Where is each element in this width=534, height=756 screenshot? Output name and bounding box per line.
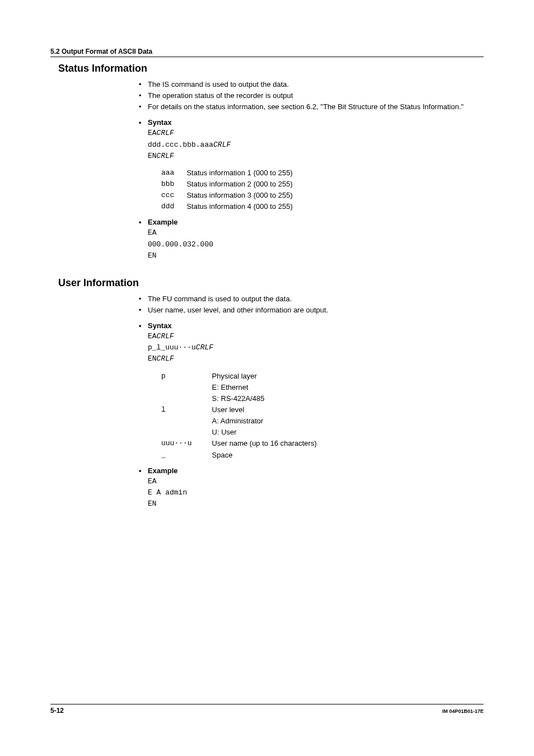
- status-syntax-code: EACRLF ddd.ccc.bbb.aaaCRLF ENCRLF: [148, 128, 484, 161]
- user-information-heading: User Information: [58, 277, 484, 289]
- table-row: aaaStatus information 1 (000 to 255): [161, 167, 293, 179]
- param-name: bbb: [161, 179, 186, 190]
- table-row: E: Ethernet: [161, 382, 317, 393]
- status-syntax-line3b: CRLF: [157, 152, 174, 160]
- user-example-heading: Example: [139, 466, 484, 475]
- param-desc: S: RS-422A/485: [212, 393, 317, 404]
- table-row: S: RS-422A/485: [161, 393, 317, 404]
- table-row: _Space: [161, 450, 317, 461]
- param-desc: Status information 4 (000 to 255): [186, 201, 292, 212]
- status-syntax-line3a: EN: [148, 152, 157, 160]
- param-desc: Status information 2 (000 to 255): [186, 179, 292, 190]
- table-row: A: Administrator: [161, 416, 317, 427]
- user-params-table: pPhysical layer E: Ethernet S: RS-422A/4…: [161, 371, 317, 461]
- param-name: [161, 393, 212, 404]
- status-example-heading: Example: [139, 218, 484, 226]
- param-name: uuu···u: [161, 438, 212, 449]
- user-syntax-line1a: EA: [148, 332, 157, 340]
- param-desc: User level: [212, 404, 317, 416]
- param-name: ddd: [161, 201, 186, 212]
- table-row: bbbStatus information 2 (000 to 255): [161, 179, 293, 190]
- param-name: p: [161, 371, 212, 382]
- status-syntax-line1a: EA: [148, 129, 157, 137]
- status-example-line2: 000.000.032.000: [148, 240, 213, 249]
- user-syntax-line2b: CRLF: [196, 343, 213, 352]
- page-footer: 5-12 IM 04P01B01-17E: [50, 704, 484, 715]
- user-example-line1: EA: [148, 477, 157, 486]
- table-row: dddStatus information 4 (000 to 255): [161, 201, 293, 212]
- footer-rule: [50, 704, 484, 704]
- param-desc: Status information 1 (000 to 255): [186, 167, 292, 179]
- status-syntax-line2b: CRLF: [213, 141, 231, 149]
- status-params-table: aaaStatus information 1 (000 to 255) bbb…: [161, 167, 293, 213]
- param-name: [161, 416, 212, 427]
- status-bullet-2: The operation status of the recorder is …: [139, 90, 484, 101]
- status-bullet-1: The IS command is used to output the dat…: [139, 79, 484, 90]
- page-number: 5-12: [50, 707, 64, 715]
- user-example-code: EA E A admin EN: [148, 476, 484, 510]
- status-example-line1: EA: [148, 228, 157, 237]
- table-row: U: User: [161, 427, 317, 438]
- user-syntax-line3b: CRLF: [157, 354, 174, 363]
- user-example-line3: EN: [148, 500, 157, 508]
- table-row: uuu···uUser name (up to 16 characters): [161, 438, 317, 449]
- param-name: [161, 382, 212, 393]
- param-desc: User name (up to 16 characters): [212, 438, 317, 449]
- status-bullet-list: The IS command is used to output the dat…: [139, 79, 484, 113]
- param-name: l: [161, 404, 212, 416]
- param-name: aaa: [161, 167, 186, 179]
- param-desc: U: User: [212, 427, 317, 438]
- param-desc: Physical layer: [212, 371, 317, 382]
- user-syntax-line3a: EN: [148, 354, 157, 363]
- section-number-title: 5.2 Output Format of ASCII Data: [50, 48, 484, 55]
- user-bullet-list: The FU command is used to output the dat…: [139, 293, 484, 316]
- user-bullet-1: The FU command is used to output the dat…: [139, 293, 484, 305]
- param-desc: A: Administrator: [212, 416, 317, 427]
- table-row: lUser level: [161, 404, 317, 416]
- status-example-line3: EN: [148, 251, 157, 260]
- header-rule: [50, 57, 484, 57]
- param-desc: Space: [212, 450, 317, 461]
- user-syntax-heading: Syntax: [139, 321, 484, 330]
- table-row: pPhysical layer: [161, 371, 317, 382]
- param-name: [161, 427, 212, 438]
- status-information-heading: Status Information: [58, 63, 484, 74]
- user-bullet-2: User name, user level, and other informa…: [139, 305, 484, 316]
- status-bullet-3: For details on the status information, s…: [139, 101, 484, 113]
- param-desc: E: Ethernet: [212, 382, 317, 393]
- status-syntax-heading: Syntax: [139, 118, 484, 127]
- param-name: _: [161, 450, 212, 461]
- param-desc: Status information 3 (000 to 255): [186, 190, 292, 201]
- user-syntax-line2a: p_l_uuu···u: [148, 343, 196, 352]
- user-syntax-code: EACRLF p_l_uuu···uCRLF ENCRLF: [148, 331, 484, 365]
- user-syntax-line1b: CRLF: [157, 332, 174, 340]
- status-syntax-line1b: CRLF: [157, 129, 174, 137]
- user-example-line2: E A admin: [148, 488, 187, 497]
- document-code: IM 04P01B01-17E: [442, 708, 484, 714]
- status-example-code: EA 000.000.032.000 EN: [148, 227, 484, 261]
- param-name: ccc: [161, 190, 186, 201]
- status-syntax-line2a: ddd.ccc.bbb.aaa: [148, 141, 213, 149]
- table-row: cccStatus information 3 (000 to 255): [161, 190, 293, 201]
